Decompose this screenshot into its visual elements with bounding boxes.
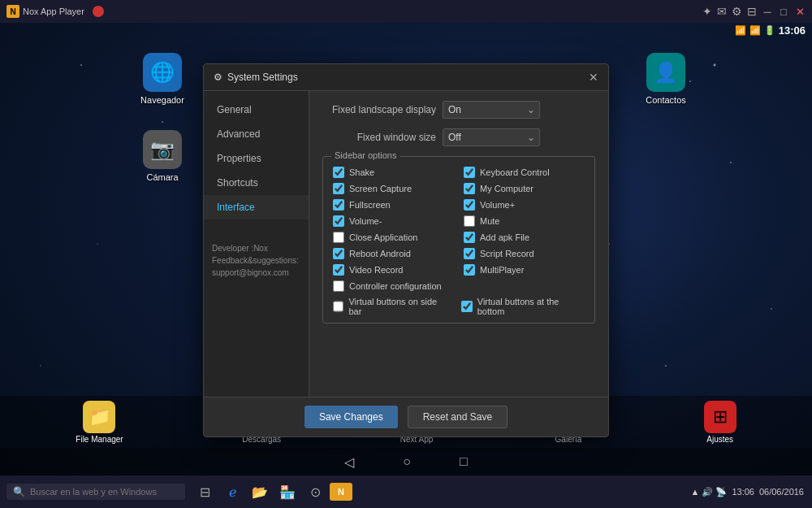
desktop: N Nox App Player ✦ ✉ ⚙ ⊟ ─ □ ✕ 📶 📶 🔋 13:… (0, 0, 812, 508)
settings-dialog: ⚙ System Settings ✕ General Advanced Pro… (203, 63, 609, 437)
settings-gear-icon: ⚙ (214, 72, 222, 83)
top-icon-1[interactable]: ✦ (702, 5, 712, 18)
developer-info: Developer :Nox Feedback&suggestions: sup… (204, 236, 309, 285)
nav-shortcuts[interactable]: Shortcuts (204, 171, 309, 195)
checkbox-volume-minus[interactable]: Volume- (333, 215, 454, 227)
checkbox-fullscreen[interactable]: Fullscreen (333, 199, 454, 211)
nav-advanced[interactable]: Advanced (204, 122, 309, 146)
checkbox-reboot-android[interactable]: Reboot Android (333, 248, 454, 259)
checkbox-grid: Shake Keyboard Control Screen Capture (333, 167, 585, 276)
fixed-landscape-label: Fixed landscape display (322, 104, 436, 115)
checkbox-multiplayer[interactable]: MultiPlayer (464, 264, 585, 276)
top-bar-controls: ✦ ✉ ⚙ ⊟ ─ □ ✕ (702, 5, 812, 18)
nox-top-bar: N Nox App Player ✦ ✉ ⚙ ⊟ ─ □ ✕ (0, 0, 812, 23)
dialog-close-button[interactable]: ✕ (589, 71, 598, 84)
virtual-buttons-row: Virtual buttons on side bar Virtual butt… (333, 297, 585, 316)
nox-logo: N Nox App Player (0, 5, 110, 18)
checkbox-add-apk[interactable]: Add apk File (464, 232, 585, 243)
checkbox-virtual-side[interactable]: Virtual buttons on side bar (333, 297, 448, 316)
close-button[interactable]: ✕ (794, 6, 806, 17)
checkbox-controller-config[interactable]: Controller configuration (333, 280, 585, 292)
checkbox-volume-plus[interactable]: Volume+ (464, 199, 585, 211)
save-changes-button[interactable]: Save Changes (304, 406, 398, 428)
record-indicator[interactable] (93, 6, 104, 17)
checkbox-screen-capture[interactable]: Screen Capture (333, 183, 454, 194)
modal-overlay: ⚙ System Settings ✕ General Advanced Pro… (0, 23, 812, 508)
dialog-nav: General Advanced Properties Shortcuts In… (204, 91, 309, 397)
nox-title: Nox App Player (23, 7, 84, 16)
top-icon-3[interactable]: ⚙ (732, 5, 742, 18)
fixed-landscape-select[interactable]: On Off (443, 101, 540, 119)
fixed-window-label: Fixed window size (322, 132, 436, 143)
checkbox-mute[interactable]: Mute (464, 215, 585, 227)
nav-general[interactable]: General (204, 98, 309, 122)
reset-save-button[interactable]: Reset and Save (408, 406, 508, 428)
checkbox-close-app[interactable]: Close Application (333, 232, 454, 243)
dialog-footer: Save Changes Reset and Save (204, 397, 608, 436)
sidebar-options-group: Sidebar options Shake Keyboard Control (322, 156, 595, 323)
fixed-window-select[interactable]: Off On (443, 128, 540, 146)
checkbox-script-record[interactable]: Script Record (464, 248, 585, 259)
nav-interface[interactable]: Interface (204, 195, 309, 219)
checkbox-my-computer[interactable]: My Computer (464, 183, 585, 194)
top-icon-2[interactable]: ✉ (717, 5, 727, 18)
checkbox-video-record[interactable]: Video Record (333, 264, 454, 276)
dialog-body: General Advanced Properties Shortcuts In… (204, 91, 608, 397)
checkbox-keyboard-control[interactable]: Keyboard Control (464, 167, 585, 178)
nav-properties[interactable]: Properties (204, 146, 309, 171)
checkbox-virtual-bottom[interactable]: Virtual buttons at the bottom (461, 297, 585, 316)
checkbox-shake[interactable]: Shake (333, 167, 454, 178)
fixed-window-row: Fixed window size Off On (322, 128, 595, 146)
fixed-landscape-row: Fixed landscape display On Off (322, 101, 595, 119)
nox-icon: N (6, 5, 19, 18)
top-icon-4[interactable]: ⊟ (747, 5, 757, 18)
fixed-landscape-select-wrapper: On Off (443, 101, 540, 119)
dialog-titlebar: ⚙ System Settings ✕ (204, 64, 608, 91)
dialog-content: Fixed landscape display On Off Fixed win… (309, 91, 608, 397)
minimize-button[interactable]: ─ (762, 6, 773, 17)
sidebar-group-legend: Sidebar options (331, 150, 400, 160)
fixed-window-select-wrapper: Off On (443, 128, 540, 146)
dialog-title: ⚙ System Settings (214, 72, 298, 83)
maximize-button[interactable]: □ (778, 6, 789, 17)
